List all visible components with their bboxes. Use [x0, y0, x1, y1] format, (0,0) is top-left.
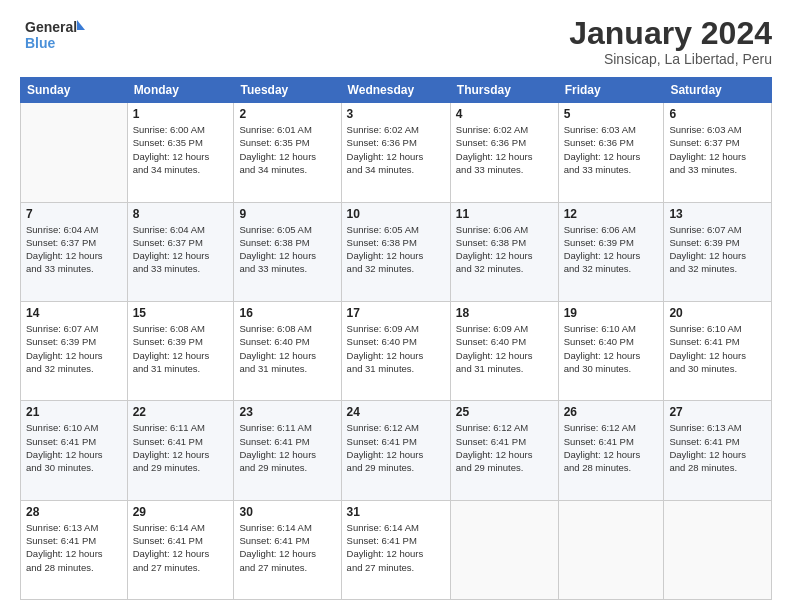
day-number: 18: [456, 306, 553, 320]
calendar-cell: 24Sunrise: 6:12 AMSunset: 6:41 PMDayligh…: [341, 401, 450, 500]
calendar-cell: 22Sunrise: 6:11 AMSunset: 6:41 PMDayligh…: [127, 401, 234, 500]
day-number: 28: [26, 505, 122, 519]
col-header-thursday: Thursday: [450, 78, 558, 103]
day-number: 11: [456, 207, 553, 221]
day-number: 29: [133, 505, 229, 519]
day-info: Sunrise: 6:04 AMSunset: 6:37 PMDaylight:…: [26, 223, 122, 276]
calendar-week-5: 28Sunrise: 6:13 AMSunset: 6:41 PMDayligh…: [21, 500, 772, 599]
logo-svg: General Blue: [20, 16, 90, 52]
day-info: Sunrise: 6:10 AMSunset: 6:41 PMDaylight:…: [669, 322, 766, 375]
day-number: 10: [347, 207, 445, 221]
calendar-cell: 27Sunrise: 6:13 AMSunset: 6:41 PMDayligh…: [664, 401, 772, 500]
day-number: 16: [239, 306, 335, 320]
day-number: 3: [347, 107, 445, 121]
calendar-cell: 13Sunrise: 6:07 AMSunset: 6:39 PMDayligh…: [664, 202, 772, 301]
day-number: 20: [669, 306, 766, 320]
month-title: January 2024: [569, 16, 772, 51]
day-info: Sunrise: 6:12 AMSunset: 6:41 PMDaylight:…: [347, 421, 445, 474]
day-number: 9: [239, 207, 335, 221]
day-info: Sunrise: 6:04 AMSunset: 6:37 PMDaylight:…: [133, 223, 229, 276]
calendar-header-row: SundayMondayTuesdayWednesdayThursdayFrid…: [21, 78, 772, 103]
calendar-cell: 8Sunrise: 6:04 AMSunset: 6:37 PMDaylight…: [127, 202, 234, 301]
day-info: Sunrise: 6:09 AMSunset: 6:40 PMDaylight:…: [347, 322, 445, 375]
calendar-cell: 26Sunrise: 6:12 AMSunset: 6:41 PMDayligh…: [558, 401, 664, 500]
day-info: Sunrise: 6:14 AMSunset: 6:41 PMDaylight:…: [239, 521, 335, 574]
day-number: 26: [564, 405, 659, 419]
day-info: Sunrise: 6:12 AMSunset: 6:41 PMDaylight:…: [564, 421, 659, 474]
day-info: Sunrise: 6:08 AMSunset: 6:40 PMDaylight:…: [239, 322, 335, 375]
day-info: Sunrise: 6:12 AMSunset: 6:41 PMDaylight:…: [456, 421, 553, 474]
day-number: 14: [26, 306, 122, 320]
day-info: Sunrise: 6:06 AMSunset: 6:38 PMDaylight:…: [456, 223, 553, 276]
calendar-cell: 31Sunrise: 6:14 AMSunset: 6:41 PMDayligh…: [341, 500, 450, 599]
day-number: 2: [239, 107, 335, 121]
calendar-cell: 1Sunrise: 6:00 AMSunset: 6:35 PMDaylight…: [127, 103, 234, 202]
calendar-cell: 16Sunrise: 6:08 AMSunset: 6:40 PMDayligh…: [234, 301, 341, 400]
day-number: 27: [669, 405, 766, 419]
svg-marker-2: [77, 20, 85, 30]
calendar-cell: 30Sunrise: 6:14 AMSunset: 6:41 PMDayligh…: [234, 500, 341, 599]
calendar-cell: [450, 500, 558, 599]
day-number: 24: [347, 405, 445, 419]
day-number: 8: [133, 207, 229, 221]
col-header-wednesday: Wednesday: [341, 78, 450, 103]
day-info: Sunrise: 6:02 AMSunset: 6:36 PMDaylight:…: [347, 123, 445, 176]
calendar-week-2: 7Sunrise: 6:04 AMSunset: 6:37 PMDaylight…: [21, 202, 772, 301]
calendar-cell: [558, 500, 664, 599]
day-number: 12: [564, 207, 659, 221]
day-info: Sunrise: 6:10 AMSunset: 6:41 PMDaylight:…: [26, 421, 122, 474]
calendar-cell: 14Sunrise: 6:07 AMSunset: 6:39 PMDayligh…: [21, 301, 128, 400]
col-header-tuesday: Tuesday: [234, 78, 341, 103]
day-info: Sunrise: 6:07 AMSunset: 6:39 PMDaylight:…: [669, 223, 766, 276]
col-header-sunday: Sunday: [21, 78, 128, 103]
day-number: 7: [26, 207, 122, 221]
calendar-cell: 18Sunrise: 6:09 AMSunset: 6:40 PMDayligh…: [450, 301, 558, 400]
calendar-week-3: 14Sunrise: 6:07 AMSunset: 6:39 PMDayligh…: [21, 301, 772, 400]
day-info: Sunrise: 6:06 AMSunset: 6:39 PMDaylight:…: [564, 223, 659, 276]
calendar-cell: [21, 103, 128, 202]
calendar-cell: 23Sunrise: 6:11 AMSunset: 6:41 PMDayligh…: [234, 401, 341, 500]
day-number: 30: [239, 505, 335, 519]
day-info: Sunrise: 6:03 AMSunset: 6:36 PMDaylight:…: [564, 123, 659, 176]
day-number: 31: [347, 505, 445, 519]
day-info: Sunrise: 6:08 AMSunset: 6:39 PMDaylight:…: [133, 322, 229, 375]
day-info: Sunrise: 6:13 AMSunset: 6:41 PMDaylight:…: [26, 521, 122, 574]
day-info: Sunrise: 6:07 AMSunset: 6:39 PMDaylight:…: [26, 322, 122, 375]
subtitle: Sinsicap, La Libertad, Peru: [569, 51, 772, 67]
day-info: Sunrise: 6:00 AMSunset: 6:35 PMDaylight:…: [133, 123, 229, 176]
calendar-cell: 6Sunrise: 6:03 AMSunset: 6:37 PMDaylight…: [664, 103, 772, 202]
calendar-cell: 25Sunrise: 6:12 AMSunset: 6:41 PMDayligh…: [450, 401, 558, 500]
calendar-cell: [664, 500, 772, 599]
calendar-cell: 21Sunrise: 6:10 AMSunset: 6:41 PMDayligh…: [21, 401, 128, 500]
calendar-cell: 17Sunrise: 6:09 AMSunset: 6:40 PMDayligh…: [341, 301, 450, 400]
day-info: Sunrise: 6:03 AMSunset: 6:37 PMDaylight:…: [669, 123, 766, 176]
calendar-cell: 5Sunrise: 6:03 AMSunset: 6:36 PMDaylight…: [558, 103, 664, 202]
calendar-cell: 29Sunrise: 6:14 AMSunset: 6:41 PMDayligh…: [127, 500, 234, 599]
day-number: 1: [133, 107, 229, 121]
calendar-cell: 4Sunrise: 6:02 AMSunset: 6:36 PMDaylight…: [450, 103, 558, 202]
day-info: Sunrise: 6:11 AMSunset: 6:41 PMDaylight:…: [239, 421, 335, 474]
col-header-saturday: Saturday: [664, 78, 772, 103]
day-number: 21: [26, 405, 122, 419]
day-number: 23: [239, 405, 335, 419]
calendar-week-4: 21Sunrise: 6:10 AMSunset: 6:41 PMDayligh…: [21, 401, 772, 500]
calendar-cell: 28Sunrise: 6:13 AMSunset: 6:41 PMDayligh…: [21, 500, 128, 599]
day-number: 6: [669, 107, 766, 121]
day-info: Sunrise: 6:01 AMSunset: 6:35 PMDaylight:…: [239, 123, 335, 176]
day-info: Sunrise: 6:10 AMSunset: 6:40 PMDaylight:…: [564, 322, 659, 375]
col-header-monday: Monday: [127, 78, 234, 103]
day-number: 4: [456, 107, 553, 121]
calendar-cell: 9Sunrise: 6:05 AMSunset: 6:38 PMDaylight…: [234, 202, 341, 301]
col-header-friday: Friday: [558, 78, 664, 103]
title-block: January 2024 Sinsicap, La Libertad, Peru: [569, 16, 772, 67]
day-info: Sunrise: 6:11 AMSunset: 6:41 PMDaylight:…: [133, 421, 229, 474]
calendar-cell: 11Sunrise: 6:06 AMSunset: 6:38 PMDayligh…: [450, 202, 558, 301]
header: General Blue January 2024 Sinsicap, La L…: [20, 16, 772, 67]
day-number: 25: [456, 405, 553, 419]
svg-text:General: General: [25, 19, 77, 35]
calendar-cell: 7Sunrise: 6:04 AMSunset: 6:37 PMDaylight…: [21, 202, 128, 301]
day-number: 13: [669, 207, 766, 221]
calendar-table: SundayMondayTuesdayWednesdayThursdayFrid…: [20, 77, 772, 600]
calendar-cell: 3Sunrise: 6:02 AMSunset: 6:36 PMDaylight…: [341, 103, 450, 202]
day-info: Sunrise: 6:14 AMSunset: 6:41 PMDaylight:…: [133, 521, 229, 574]
